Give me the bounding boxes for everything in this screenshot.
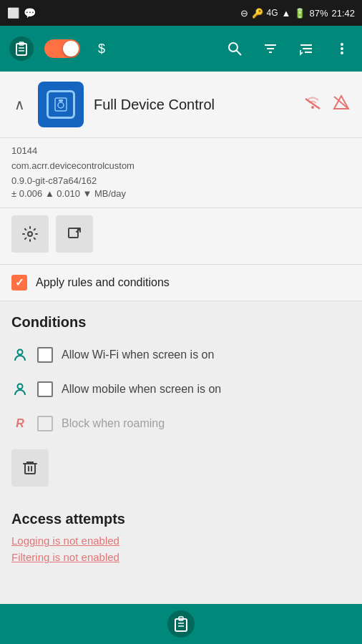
roaming-icon: R <box>11 415 29 432</box>
battery-level: 87% <box>309 8 328 19</box>
more-options-icon[interactable] <box>328 34 356 63</box>
access-attempts-section: Access attempts Logging is not enabled F… <box>0 501 362 572</box>
app-icon-inner <box>47 90 75 119</box>
action-buttons-row <box>0 208 362 265</box>
apply-rules-checkbox[interactable]: ✓ <box>11 275 27 291</box>
filtering-link[interactable]: Filtering is not enabled <box>11 551 351 563</box>
app-package: com.acrr.devicecontrolcustom <box>11 159 351 174</box>
app-version: 0.9.0-git-c87a64/162 <box>11 174 351 189</box>
condition-roaming-row: R Block when roaming <box>0 406 362 441</box>
content-area: ∧ Full Device Control <box>0 72 362 644</box>
svg-point-13 <box>341 43 343 46</box>
mb-day-value: ± 0.006 ▲ 0.010 ▼ MB/day <box>11 188 126 199</box>
sort-icon[interactable] <box>292 34 321 63</box>
clock: 21:42 <box>331 8 355 19</box>
delete-section <box>0 441 362 501</box>
logging-link[interactable]: Logging is not enabled <box>11 535 351 547</box>
svg-point-5 <box>229 43 238 52</box>
dollar-icon[interactable]: $ <box>87 34 116 63</box>
collapse-button[interactable]: ∧ <box>11 93 28 116</box>
roaming-checkbox[interactable] <box>37 416 53 431</box>
app-icon <box>38 82 84 127</box>
roaming-condition-label: Block when roaming <box>62 417 165 430</box>
battery-icon: 🔋 <box>294 8 305 19</box>
svg-line-6 <box>237 51 242 56</box>
svg-point-17 <box>58 102 64 108</box>
mb-day-info: ± 0.006 ▲ 0.010 ▼ MB/day <box>11 188 351 199</box>
svg-point-24 <box>18 350 23 355</box>
conditions-title: Conditions <box>11 314 86 330</box>
launch-button[interactable] <box>56 215 93 253</box>
condition-mobile-row: Allow mobile when screen is on <box>0 372 362 406</box>
signal-strength: 4G <box>267 8 278 18</box>
app-id: 10144 <box>11 144 351 159</box>
bottom-clipboard-icon[interactable] <box>167 610 195 638</box>
app-info-section: 10144 com.acrr.devicecontrolcustom 0.9.0… <box>0 138 362 208</box>
svg-point-14 <box>341 47 343 50</box>
status-bar: ⬜ 💬 ⊖ 🔑 4G ▲ 🔋 87% 21:42 <box>0 0 362 26</box>
mobile-condition-label: Allow mobile when screen is on <box>62 383 221 396</box>
vpn-icon: 🔑 <box>252 8 263 19</box>
conditions-header: Conditions <box>0 301 362 338</box>
chat-icon: 💬 <box>24 7 36 19</box>
svg-rect-18 <box>59 99 63 102</box>
signal-off-icon <box>332 93 351 116</box>
delete-button[interactable] <box>11 449 49 487</box>
svg-text:$: $ <box>98 42 105 56</box>
apply-rules-label: Apply rules and conditions <box>36 276 170 289</box>
window-icon: ⬜ <box>7 7 19 19</box>
wifi-off-icon <box>303 93 322 116</box>
svg-line-21 <box>334 97 348 109</box>
signal-icon: ▲ <box>282 8 291 19</box>
filter-icon[interactable] <box>256 34 285 63</box>
app-bar: $ <box>0 26 362 72</box>
bottom-bar <box>0 604 362 644</box>
condition-wifi-row: Allow Wi-Fi when screen is on <box>0 338 362 372</box>
apply-rules-row: ✓ Apply rules and conditions <box>0 265 362 301</box>
wifi-condition-label: Allow Wi-Fi when screen is on <box>62 348 214 361</box>
settings-button[interactable] <box>11 215 49 253</box>
mute-icon: ⊖ <box>240 8 248 19</box>
main-toggle[interactable] <box>44 39 80 58</box>
person-wifi-icon <box>11 346 29 364</box>
svg-point-19 <box>311 106 314 109</box>
status-right-info: ⊖ 🔑 4G ▲ 🔋 87% 21:42 <box>240 8 355 19</box>
wifi-checkbox[interactable] <box>37 347 53 363</box>
search-icon[interactable] <box>220 34 249 63</box>
person-mobile-icon <box>11 381 29 398</box>
svg-point-25 <box>18 384 23 389</box>
clipboard-nav-button[interactable] <box>6 33 37 64</box>
svg-point-22 <box>28 232 32 236</box>
app-header-row: ∧ Full Device Control <box>0 72 362 138</box>
svg-rect-23 <box>69 228 78 238</box>
mobile-checkbox[interactable] <box>37 381 53 397</box>
check-mark: ✓ <box>15 276 24 289</box>
svg-point-15 <box>341 52 343 54</box>
access-title: Access attempts <box>11 511 351 527</box>
app-name: Full Device Control <box>94 97 293 113</box>
svg-rect-26 <box>25 464 35 474</box>
status-left-icons: ⬜ 💬 <box>7 7 36 19</box>
